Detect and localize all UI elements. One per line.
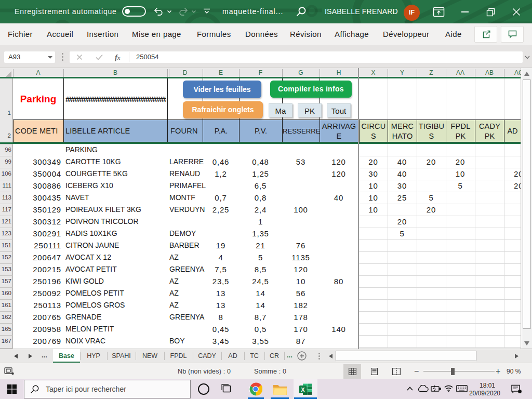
svg-text:X: X <box>301 387 305 393</box>
